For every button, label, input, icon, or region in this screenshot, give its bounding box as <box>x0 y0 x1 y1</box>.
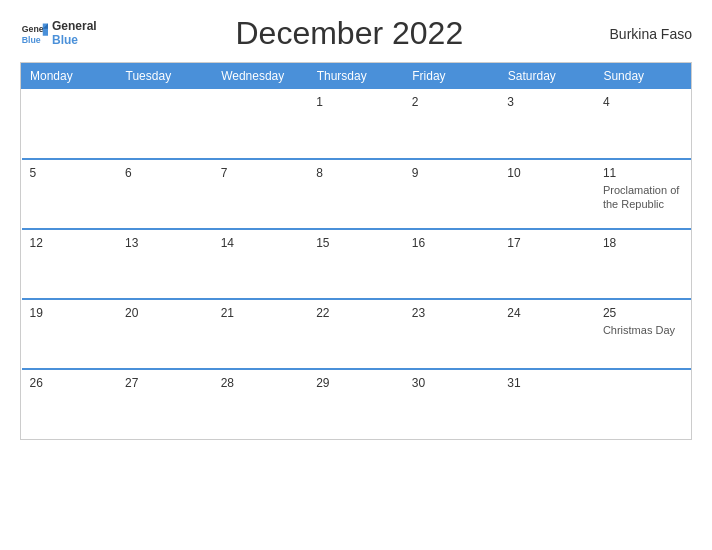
calendar-cell: 12 <box>22 229 118 299</box>
calendar-header: General Blue General Blue December 2022 … <box>20 15 692 52</box>
svg-text:Blue: Blue <box>22 34 41 44</box>
col-sunday: Sunday <box>595 64 691 89</box>
day-number: 16 <box>412 236 492 250</box>
calendar-cell: 4 <box>595 89 691 159</box>
day-number: 27 <box>125 376 205 390</box>
day-number: 6 <box>125 166 205 180</box>
calendar-cell <box>595 369 691 439</box>
calendar-cell: 30 <box>404 369 500 439</box>
calendar-week-2: 567891011Proclamation of the Republic <box>22 159 691 229</box>
calendar-cell: 29 <box>308 369 404 439</box>
calendar-page: General Blue General Blue December 2022 … <box>0 0 712 550</box>
calendar-cell: 7 <box>213 159 309 229</box>
calendar-week-3: 12131415161718 <box>22 229 691 299</box>
day-number: 26 <box>30 376 110 390</box>
day-number: 22 <box>316 306 396 320</box>
col-tuesday: Tuesday <box>117 64 213 89</box>
calendar-cell: 3 <box>499 89 595 159</box>
calendar-cell: 22 <box>308 299 404 369</box>
day-number: 5 <box>30 166 110 180</box>
day-number: 24 <box>507 306 587 320</box>
day-number: 12 <box>30 236 110 250</box>
day-number: 21 <box>221 306 301 320</box>
day-number: 1 <box>316 95 396 109</box>
col-saturday: Saturday <box>499 64 595 89</box>
calendar-cell: 16 <box>404 229 500 299</box>
day-number: 15 <box>316 236 396 250</box>
calendar-cell: 10 <box>499 159 595 229</box>
calendar-cell <box>117 89 213 159</box>
calendar-cell: 23 <box>404 299 500 369</box>
calendar-cell: 20 <box>117 299 213 369</box>
col-monday: Monday <box>22 64 118 89</box>
calendar-cell <box>22 89 118 159</box>
day-number: 19 <box>30 306 110 320</box>
col-thursday: Thursday <box>308 64 404 89</box>
day-number: 13 <box>125 236 205 250</box>
month-title: December 2022 <box>97 15 602 52</box>
day-event: Christmas Day <box>603 324 675 336</box>
calendar-week-4: 19202122232425Christmas Day <box>22 299 691 369</box>
day-number: 11 <box>603 166 683 180</box>
day-number: 9 <box>412 166 492 180</box>
calendar-cell: 21 <box>213 299 309 369</box>
day-number: 28 <box>221 376 301 390</box>
day-number: 17 <box>507 236 587 250</box>
logo: General Blue General Blue <box>20 20 97 48</box>
calendar-body: 1234567891011Proclamation of the Republi… <box>22 89 691 439</box>
calendar-cell: 27 <box>117 369 213 439</box>
day-number: 31 <box>507 376 587 390</box>
col-wednesday: Wednesday <box>213 64 309 89</box>
calendar-cell: 13 <box>117 229 213 299</box>
calendar-cell: 9 <box>404 159 500 229</box>
logo-icon: General Blue <box>20 20 48 48</box>
day-number: 14 <box>221 236 301 250</box>
calendar-cell: 31 <box>499 369 595 439</box>
day-number: 10 <box>507 166 587 180</box>
logo-blue: Blue <box>52 34 97 47</box>
calendar-cell: 28 <box>213 369 309 439</box>
day-number: 7 <box>221 166 301 180</box>
calendar-cell: 24 <box>499 299 595 369</box>
day-event: Proclamation of the Republic <box>603 184 679 210</box>
calendar-cell: 15 <box>308 229 404 299</box>
day-number: 3 <box>507 95 587 109</box>
day-number: 20 <box>125 306 205 320</box>
day-number: 18 <box>603 236 683 250</box>
calendar-week-5: 262728293031 <box>22 369 691 439</box>
calendar-cell: 11Proclamation of the Republic <box>595 159 691 229</box>
day-number: 30 <box>412 376 492 390</box>
calendar-cell: 8 <box>308 159 404 229</box>
calendar-container: Monday Tuesday Wednesday Thursday Friday… <box>20 62 692 440</box>
day-number: 4 <box>603 95 683 109</box>
calendar-week-1: 1234 <box>22 89 691 159</box>
col-friday: Friday <box>404 64 500 89</box>
calendar-cell: 6 <box>117 159 213 229</box>
calendar-cell: 19 <box>22 299 118 369</box>
day-number: 23 <box>412 306 492 320</box>
calendar-cell: 25Christmas Day <box>595 299 691 369</box>
calendar-cell: 26 <box>22 369 118 439</box>
country-name: Burkina Faso <box>602 26 692 42</box>
calendar-cell: 2 <box>404 89 500 159</box>
calendar-cell: 14 <box>213 229 309 299</box>
calendar-cell <box>213 89 309 159</box>
logo-general: General <box>52 20 97 33</box>
calendar-header-row: Monday Tuesday Wednesday Thursday Friday… <box>22 64 691 89</box>
calendar-cell: 1 <box>308 89 404 159</box>
day-number: 29 <box>316 376 396 390</box>
day-number: 8 <box>316 166 396 180</box>
calendar-table: Monday Tuesday Wednesday Thursday Friday… <box>21 63 691 439</box>
day-number: 2 <box>412 95 492 109</box>
calendar-cell: 18 <box>595 229 691 299</box>
calendar-cell: 17 <box>499 229 595 299</box>
calendar-cell: 5 <box>22 159 118 229</box>
day-number: 25 <box>603 306 683 320</box>
